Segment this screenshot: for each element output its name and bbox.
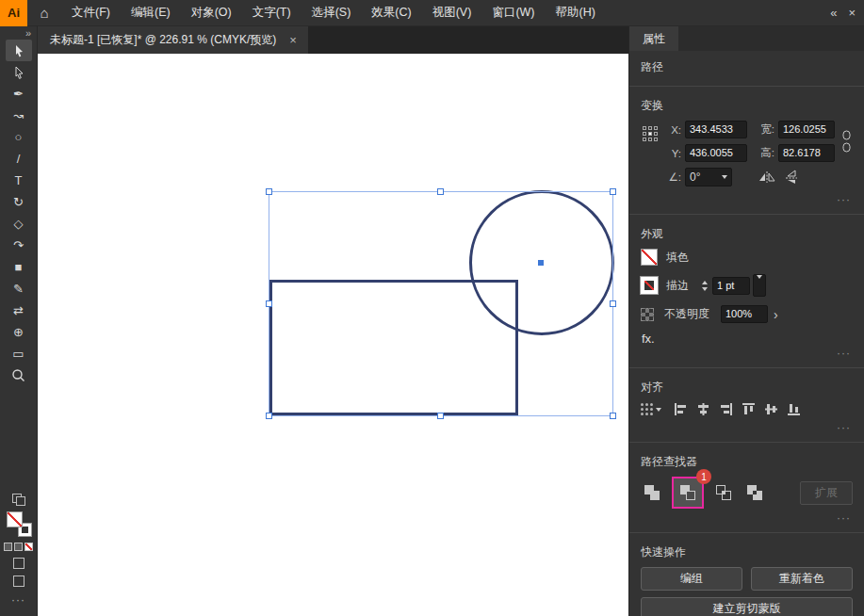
fill-swatch[interactable]: [7, 511, 23, 527]
menu-effect[interactable]: 效果(C): [361, 5, 421, 21]
quick-actions-title: 快速操作: [641, 544, 853, 560]
app-logo[interactable]: Ai: [0, 0, 27, 26]
intersect-icon: [714, 483, 733, 502]
chevron-down-icon: [722, 175, 727, 179]
recolor-button[interactable]: 重新着色: [751, 567, 853, 591]
group-button[interactable]: 编组: [641, 567, 742, 591]
type-tool[interactable]: T: [6, 170, 32, 191]
stroke-weight-input[interactable]: 1 pt: [712, 277, 750, 295]
color-type-icons[interactable]: [4, 543, 33, 551]
rotate-icon: ↻: [13, 196, 24, 208]
pen-tool[interactable]: ✒: [6, 83, 32, 105]
align-bottom-button[interactable]: [787, 402, 801, 416]
edit-toolbar-icon[interactable]: ···: [11, 593, 25, 607]
selection-bounding-box[interactable]: [269, 191, 613, 416]
fill-none-swatch[interactable]: [641, 249, 658, 266]
menu-help[interactable]: 帮助(H): [546, 5, 606, 21]
curvature-tool[interactable]: ↝: [6, 105, 32, 126]
pathfinder-more-icon[interactable]: ···: [641, 511, 853, 527]
menu-file[interactable]: 文件(F): [61, 5, 121, 21]
exclude-button[interactable]: [743, 481, 766, 504]
expand-button[interactable]: 扩展: [800, 481, 853, 505]
align-to-icon: [641, 403, 653, 415]
selection-handle[interactable]: [610, 300, 616, 307]
make-clipping-mask-button[interactable]: 建立剪切蒙版: [641, 597, 853, 616]
reference-point-icon[interactable]: [643, 126, 658, 141]
width-input[interactable]: 126.0255: [778, 121, 835, 138]
menu-type[interactable]: 文字(T): [242, 5, 302, 21]
step-down-icon: [702, 287, 708, 291]
unite-button[interactable]: [641, 481, 663, 504]
tab-properties[interactable]: 属性: [629, 26, 678, 51]
draw-mode-icon[interactable]: [13, 558, 24, 569]
opacity-input[interactable]: 100%: [721, 305, 768, 323]
minus-front-button[interactable]: [677, 481, 699, 504]
align-to-selector[interactable]: [641, 403, 661, 415]
align-more-icon[interactable]: ···: [641, 420, 853, 436]
align-bottom-icon: [787, 402, 801, 416]
align-top-button[interactable]: [742, 402, 756, 416]
menu-object[interactable]: 对象(O): [181, 5, 242, 21]
divider: [629, 367, 864, 368]
flip-vertical-icon[interactable]: [785, 170, 798, 185]
direct-selection-tool[interactable]: [6, 61, 32, 83]
selection-handle[interactable]: [610, 188, 616, 195]
selection-tool[interactable]: [6, 40, 32, 61]
constrain-proportions-icon[interactable]: [840, 130, 853, 153]
appearance-more-icon[interactable]: ···: [641, 346, 853, 362]
menu-window[interactable]: 窗口(W): [481, 5, 545, 21]
menu-edit[interactable]: 编辑(E): [121, 5, 181, 21]
align-left-button[interactable]: [674, 402, 688, 416]
artboard-canvas[interactable]: [38, 54, 628, 616]
intersect-button[interactable]: [712, 481, 735, 504]
zoom-tool[interactable]: [6, 365, 32, 386]
rotate-view-tool[interactable]: ↷: [6, 235, 32, 256]
flip-horizontal-icon[interactable]: [758, 170, 775, 184]
stroke-weight-dropdown[interactable]: [753, 274, 766, 297]
selection-handle[interactable]: [610, 413, 616, 419]
fill-label: 填色: [666, 250, 689, 266]
change-screen-mode-icon[interactable]: [13, 575, 24, 587]
fx-button[interactable]: fx.: [642, 332, 853, 346]
transform-tool[interactable]: ⇄: [6, 300, 32, 321]
height-input[interactable]: 82.6178: [778, 144, 835, 162]
home-icon[interactable]: ⌂: [27, 5, 61, 21]
y-input[interactable]: 436.0055: [685, 144, 747, 162]
pencil-tool[interactable]: ✎: [6, 278, 32, 300]
stroke-none-swatch[interactable]: [641, 277, 658, 294]
transform-more-icon[interactable]: ···: [641, 192, 853, 208]
artboard-tool[interactable]: ▭: [6, 343, 32, 365]
step-up-icon: [702, 281, 708, 284]
menu-view[interactable]: 视图(V): [422, 5, 482, 21]
opacity-options-icon[interactable]: ›: [774, 310, 778, 319]
menu-select[interactable]: 选择(S): [302, 5, 362, 21]
collapse-panels-icon[interactable]: «: [830, 6, 837, 20]
rectangle-tool[interactable]: ■: [6, 256, 32, 278]
selection-handle[interactable]: [437, 188, 444, 195]
selection-handle[interactable]: [266, 188, 272, 195]
x-input[interactable]: 343.4533: [685, 121, 747, 138]
align-h-center-button[interactable]: [696, 402, 710, 416]
screen-mode-icon[interactable]: [12, 494, 25, 505]
selection-handle[interactable]: [266, 300, 272, 307]
eraser-tool[interactable]: ◇: [6, 213, 32, 235]
tab-close-icon[interactable]: ×: [289, 33, 297, 47]
toolbar-expand-icon[interactable]: »: [25, 26, 37, 40]
rotate-tool[interactable]: ↻: [6, 191, 32, 213]
shaper-tool[interactable]: ○: [6, 126, 32, 148]
selection-handle[interactable]: [266, 413, 272, 419]
selection-handle[interactable]: [437, 413, 444, 419]
width-tool[interactable]: ⊕: [6, 321, 32, 343]
document-tab-bar: 未标题-1 [已恢复]* @ 226.91 % (CMYK/预览) ×: [38, 26, 628, 54]
align-v-center-button[interactable]: [764, 402, 778, 416]
appearance-section: 外观 填色 描边 1 pt 不透明度 100% › fx. ···: [629, 218, 864, 365]
line-tool[interactable]: /: [6, 148, 32, 170]
rotation-dropdown[interactable]: 0°: [685, 168, 732, 186]
stroke-weight-stepper[interactable]: [702, 281, 708, 291]
selection-icon: [12, 44, 25, 57]
close-icon[interactable]: ×: [848, 6, 856, 20]
document-tab[interactable]: 未标题-1 [已恢复]* @ 226.91 % (CMYK/预览) ×: [38, 26, 308, 54]
opacity-icon[interactable]: [641, 308, 654, 321]
fill-stroke-indicator[interactable]: [7, 511, 31, 536]
align-right-button[interactable]: [719, 402, 733, 416]
